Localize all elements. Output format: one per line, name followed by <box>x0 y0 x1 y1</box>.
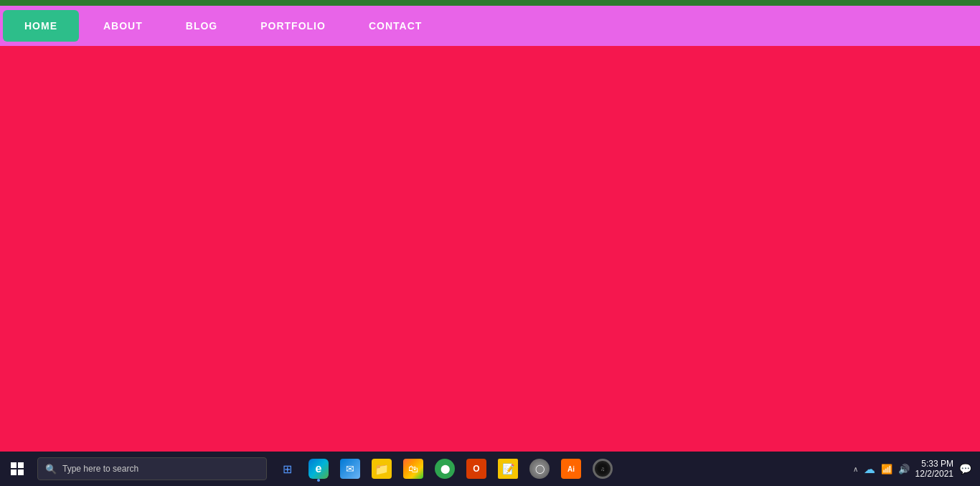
music-icon: ♫ <box>593 459 613 479</box>
taskview-icon: ⊞ <box>283 462 292 476</box>
svg-rect-0 <box>11 462 17 468</box>
main-content <box>0 46 980 452</box>
nav-item-about[interactable]: ABOUT <box>82 6 164 46</box>
nav-item-blog[interactable]: BLOG <box>164 6 239 46</box>
clock[interactable]: 5:33 PM 12/2/2021 <box>915 459 953 479</box>
browser2-icon: ◯ <box>529 459 550 479</box>
volume-icon[interactable]: 🔊 <box>898 464 910 475</box>
tray-expand-icon[interactable]: ∧ <box>853 465 858 473</box>
windows-logo-icon <box>11 462 24 475</box>
teams-button[interactable]: ⬤ <box>430 454 459 483</box>
clock-time: 5:33 PM <box>915 459 953 469</box>
edge-active-indicator <box>317 479 320 482</box>
start-button[interactable] <box>0 452 34 486</box>
illustrator-button[interactable]: Ai <box>557 454 585 483</box>
browser2-button[interactable]: ◯ <box>525 454 554 483</box>
mail-button[interactable]: ✉ <box>336 454 364 483</box>
clock-date: 12/2/2021 <box>915 469 953 479</box>
office-button[interactable]: O <box>462 454 491 483</box>
search-placeholder-text: Type here to search <box>62 464 138 474</box>
taskbar: 🔍 Type here to search ⊞ e ✉ 📁 🛍 ⬤ <box>0 452 980 486</box>
sticky-notes-icon: 📝 <box>498 459 518 479</box>
store-icon: 🛍 <box>403 459 423 479</box>
nav-item-home[interactable]: HOME <box>3 10 79 42</box>
mail-icon: ✉ <box>340 459 360 479</box>
sticky-notes-button[interactable]: 📝 <box>494 454 522 483</box>
folder-icon: 📁 <box>372 459 392 479</box>
illustrator-icon: Ai <box>561 459 581 479</box>
browser-bar <box>0 0 980 6</box>
network-icon[interactable]: 📶 <box>881 464 892 475</box>
edge-button[interactable]: e <box>304 454 333 483</box>
svg-rect-1 <box>18 462 24 468</box>
store-button[interactable]: 🛍 <box>399 454 428 483</box>
onedrive-icon[interactable]: ☁ <box>864 462 875 476</box>
svg-rect-2 <box>11 469 17 475</box>
navbar: HOME ABOUT BLOG PORTFOLIO CONTACT <box>0 6 980 46</box>
office-icon: O <box>466 459 486 479</box>
edge-icon: e <box>308 459 329 479</box>
svg-rect-3 <box>18 469 24 475</box>
nav-item-portfolio[interactable]: PORTFOLIO <box>239 6 347 46</box>
taskbar-apps: ⊞ e ✉ 📁 🛍 ⬤ O 📝 <box>273 454 853 483</box>
nav-item-contact[interactable]: CONTACT <box>347 6 443 46</box>
system-tray: ∧ ☁ 📶 🔊 5:33 PM 12/2/2021 💬 <box>853 459 980 479</box>
music-button[interactable]: ♫ <box>588 454 617 483</box>
taskview-button[interactable]: ⊞ <box>273 454 301 483</box>
notification-icon[interactable]: 💬 <box>959 463 971 475</box>
search-icon: 🔍 <box>45 464 57 475</box>
teams-icon: ⬤ <box>435 459 455 479</box>
taskbar-search[interactable]: 🔍 Type here to search <box>37 457 267 480</box>
file-explorer-button[interactable]: 📁 <box>367 454 396 483</box>
